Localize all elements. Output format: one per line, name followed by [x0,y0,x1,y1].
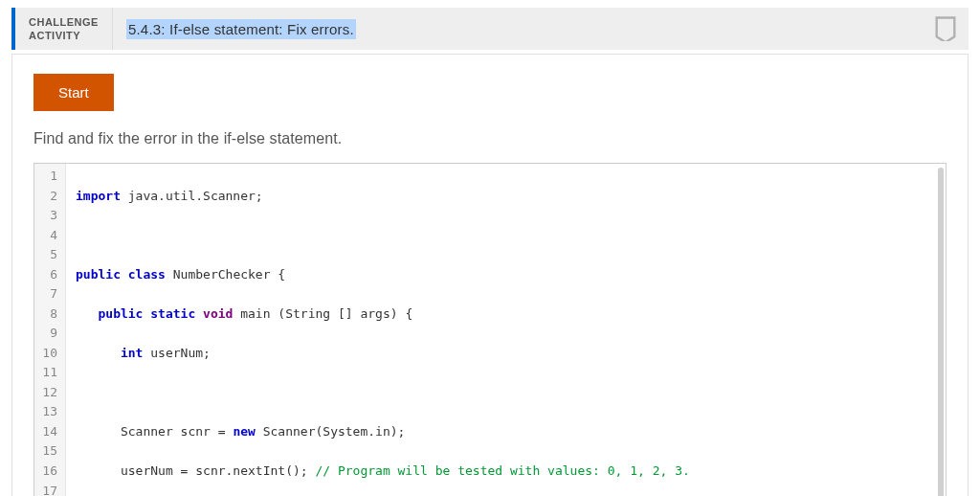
code-token: main (String [] args) { [233,306,412,321]
code-token: static [143,306,195,321]
code-token: Scanner(System.in); [256,424,406,439]
code-editor[interactable]: 1 2 3 4 5 6 7 8 9 10 11 12 13 14 15 16 1… [33,163,947,496]
start-button[interactable]: Start [33,74,114,111]
code-token: NumberChecker { [166,267,285,282]
code-token: userNum = scnr.nextInt(); [76,463,315,478]
code-token: public [98,306,143,321]
activity-label-line1: CHALLENGE [29,15,99,29]
line-number: 7 [40,284,57,304]
line-number: 15 [40,441,57,462]
line-number: 1 [40,167,57,187]
code-token: int [121,346,143,360]
code-token: new [233,424,255,439]
instruction-text: Find and fix the error in the if-else st… [33,130,947,147]
code-token [76,306,98,321]
code-token: import [76,189,121,203]
line-number: 12 [40,383,57,403]
code-token: public [76,267,121,282]
line-number: 4 [40,226,57,246]
code-token: Scanner scnr = [76,424,233,439]
line-number-gutter: 1 2 3 4 5 6 7 8 9 10 11 12 13 14 15 16 1… [34,164,66,496]
line-number: 13 [40,402,57,422]
content-panel: Start Find and fix the error in the if-e… [11,54,969,496]
activity-label-line2: ACTIVITY [29,29,99,42]
line-number: 14 [40,422,57,442]
title-wrap: 5.4.3: If-else statement: Fix errors. [112,8,923,50]
code-token: // Program will be tested with values: 0… [315,463,689,478]
line-number: 8 [40,304,57,325]
challenge-title: 5.4.3: If-else statement: Fix errors. [126,19,356,39]
line-number: 2 [40,187,57,207]
line-number: 10 [40,344,57,364]
code-token: void [195,306,233,321]
activity-label: CHALLENGE ACTIVITY [15,8,112,50]
line-number: 17 [40,482,57,497]
code-token [76,346,121,360]
code-token: userNum; [143,346,210,360]
line-number: 3 [40,206,57,226]
code-area[interactable]: import java.util.Scanner; public class N… [66,164,946,496]
bookmark-container [923,8,969,50]
line-number: 11 [40,363,57,383]
code-token: class [121,267,166,282]
code-token: java.util.Scanner; [121,189,263,203]
line-number: 16 [40,462,57,482]
line-number: 5 [40,245,57,265]
challenge-header: CHALLENGE ACTIVITY 5.4.3: If-else statem… [11,8,969,50]
bookmark-icon[interactable] [932,14,959,44]
line-number: 9 [40,324,57,344]
scrollbar[interactable] [938,168,944,496]
line-number: 6 [40,265,57,285]
